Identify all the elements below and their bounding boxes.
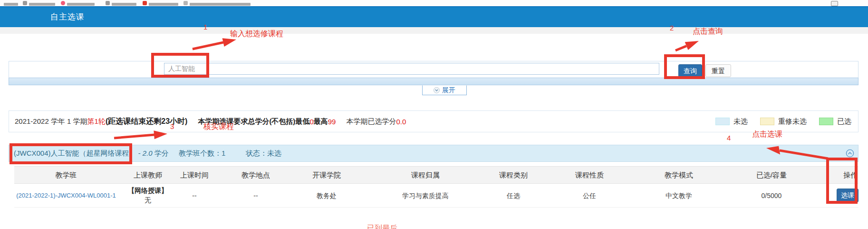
unselected-swatch [715,118,730,125]
browser-bookmarks-bar [0,0,868,6]
course-selection-page: 自主选课 查询 重置 展开 2021-2022 学年 1 学期第1轮 (距选课结… [0,0,868,229]
course-search-input[interactable] [164,63,659,75]
belonging-cell: 学习与素质提高 [376,184,475,208]
arrow-2-icon [675,41,699,50]
course-credits: 2.0 [143,149,153,157]
max-credit-value: 99 [328,118,336,126]
favicon-icon [23,1,27,5]
annotation-step-4-text: 点击选课 [752,129,782,139]
course-title: (JWCX004)人工智能（超星网络课程） - 2.0 学分 [14,145,169,161]
header-substrip [0,27,868,34]
favicon-icon [183,1,188,5]
col-action: 操作 [831,167,868,183]
expand-tab-label: 展开 [442,86,455,95]
selected-credit-value: 0.0 [396,118,406,126]
annotation-step-2-number: 2 [670,24,674,32]
min-credit-value: 0 [309,118,313,126]
reset-button[interactable]: 重置 [705,64,731,77]
semester-info-panel: 2021-2022 学年 1 学期第1轮 (距选课结束还剩23小时)本学期选课要… [9,110,858,132]
round-label: 第1轮 [87,117,106,126]
status-legend: 未选 重修未选 已选 [715,111,851,132]
col-belonging: 课程归属 [376,167,475,183]
page-header: 自主选课 [0,6,868,27]
teacher-mode-tag: 【网络授课】 [122,187,174,195]
capacity-cell: 0/5000 [736,184,807,208]
col-class-time: 上课时间 [168,167,221,183]
favicon-icon [143,1,147,5]
teaching-class-link[interactable]: (2021-2022-1)-JWCX004-WL0001-1 [16,184,116,208]
semester-label: 2021-2022 学年 1 学期 [15,117,87,126]
col-teaching-class: 教学班 [16,167,116,183]
bookmark-item[interactable] [23,0,55,6]
col-category: 课程类别 [478,167,549,183]
col-nature: 课程性质 [554,167,625,183]
select-course-button[interactable]: 选课 [837,189,858,202]
col-college: 开课学院 [286,167,367,183]
bookmark-item[interactable] [143,0,178,6]
annotation-step-1-number: 1 [203,23,207,31]
bookmark-item[interactable] [61,0,95,6]
col-teaching-mode: 教学模式 [643,167,714,183]
annotation-step-4-number: 4 [727,134,731,142]
panel-footer-bar [9,78,858,85]
annotation-step-1-text: 输入想选修课程 [230,29,283,39]
bottom-clipped-text: 已到最后 [367,224,397,229]
annotation-step-3-text: 核实课程 [203,122,234,132]
legend-retake-unselected: 重修未选 [760,117,807,126]
legend-unselected: 未选 [715,117,748,126]
course-name-code: (JWCX004)人工智能（超星网络课程） - [14,149,143,157]
bookmark-item[interactable] [106,0,136,6]
nature-cell: 公任 [554,184,625,208]
expand-toggle-tab[interactable]: 展开 [422,85,467,95]
classes-table-header: 教学班 上课教师 上课时间 教学地点 开课学院 课程归属 课程类别 课程性质 教… [14,166,858,184]
collapse-chevron-up-icon[interactable] [846,149,854,158]
browser-device-icon[interactable] [831,1,838,6]
deadline-label: (距选课结束还剩23小时) [106,117,187,127]
retake-swatch [760,118,774,125]
col-location: 教学地点 [225,167,287,183]
legend-label: 已选 [837,117,851,126]
page-title: 自主选课 [50,7,85,27]
table-row: (2021-2022-1)-JWCX004-WL0001-1 【网络授课】 无 … [14,184,858,208]
bookmark-item[interactable] [4,0,18,6]
annotation-step-2-text: 点击查询 [693,27,723,37]
teacher-name: 无 [122,196,174,205]
class-time-cell: -- [168,184,221,208]
category-cell: 任选 [478,184,549,208]
max-credit-label: 最高 [314,117,328,126]
selected-swatch [819,118,833,125]
course-credits-suffix: 学分 [153,149,169,157]
course-group-bar[interactable]: (JWCX004)人工智能（超星网络课程） - 2.0 学分 教学班个数：1 状… [9,145,858,162]
query-button[interactable]: 查询 [678,64,702,77]
col-capacity: 已选/容量 [736,167,807,183]
col-teacher: 上课教师 [122,167,174,183]
chevron-down-icon [434,87,440,93]
arrow-1-icon [193,38,236,49]
location-cell: -- [225,184,287,208]
legend-label: 重修未选 [778,117,807,126]
mode-cell: 中文教学 [643,184,714,208]
selected-credit-label: 本学期已选学分 [346,117,396,126]
bookmark-item[interactable] [183,0,251,6]
teaching-class-count: 教学班个数：1 [179,145,225,161]
college-cell: 教务处 [286,184,367,208]
favicon-icon [61,1,65,5]
teacher-cell: 【网络授课】 无 [122,184,174,208]
legend-selected: 已选 [819,117,851,126]
favicon-icon [106,1,110,5]
annotation-step-3-number: 3 [170,122,174,130]
course-status: 状态：未选 [246,145,281,161]
legend-label: 未选 [733,117,748,126]
